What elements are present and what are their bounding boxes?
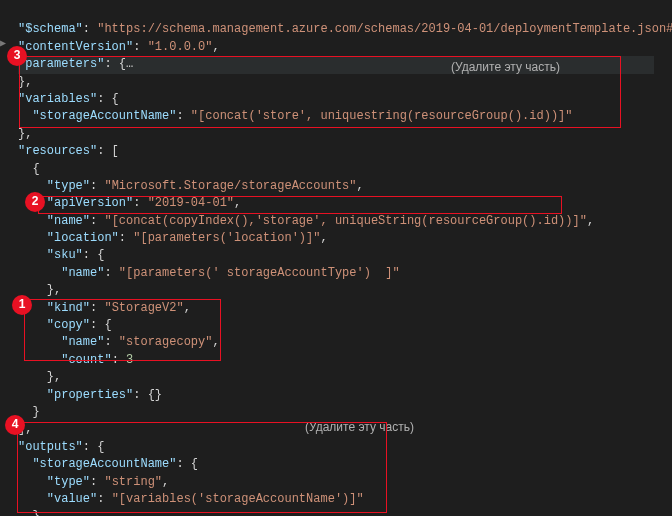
json-value: "Microsoft.Storage/storageAccounts" [104,179,356,193]
json-key: "contentVersion" [18,40,133,54]
json-value: "StorageV2" [104,301,183,315]
json-key: "storageAccountName" [32,457,176,471]
json-key: "parameters" [18,57,104,71]
json-key: "name" [47,214,90,228]
json-key: "variables" [18,92,97,106]
json-value: "2019-04-01" [148,196,234,210]
json-key: "copy" [47,318,90,332]
callout-1: 1 [12,295,32,315]
json-key: "count" [61,353,111,367]
callout-3: 3 [7,46,27,66]
ellipsis: … [126,57,133,71]
json-key: "properties" [47,388,133,402]
json-value: "string" [104,475,162,489]
json-key: "sku" [47,248,83,262]
json-value: 3 [126,353,133,367]
json-key: "resources" [18,144,97,158]
json-key: "type" [47,475,90,489]
callout-2: 2 [25,192,45,212]
json-key: "kind" [47,301,90,315]
delete-label-bottom: (Удалите эту часть) [305,419,414,436]
json-value: "[variables('storageAccountName')]" [112,492,364,506]
code-block: "$schema": "https://schema.management.az… [0,0,672,516]
json-key: "name" [61,335,104,349]
json-key: "location" [47,231,119,245]
json-key: "apiVersion" [47,196,133,210]
callout-4: 4 [5,415,25,435]
json-value: "https://schema.management.azure.com/sch… [97,22,672,36]
json-value: "[concat(copyIndex(),'storage', uniqueSt… [104,214,586,228]
json-key: "name" [61,266,104,280]
json-value: "[parameters(' storageAccountType') ]" [119,266,400,280]
json-key: "value" [47,492,97,506]
json-key: "type" [47,179,90,193]
json-value: "[concat('store', uniquestring(resourceG… [191,109,573,123]
json-key: "storageAccountName" [32,109,176,123]
json-value: "1.0.0.0" [148,40,213,54]
delete-label-top: (Удалите эту часть) [451,59,560,76]
json-value: "storagecopy" [119,335,213,349]
json-key: "$schema" [18,22,83,36]
json-key: "outputs" [18,440,83,454]
json-value: "[parameters('location')]" [133,231,320,245]
